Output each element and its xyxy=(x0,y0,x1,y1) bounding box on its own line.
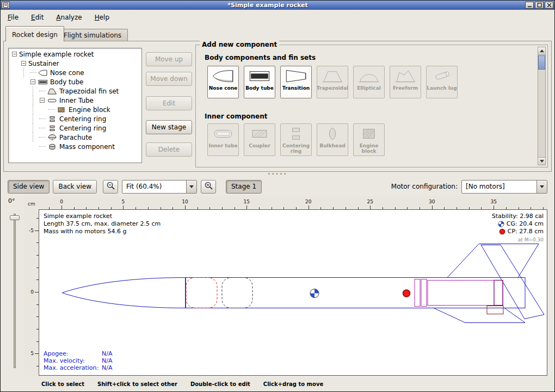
tree-item-inner-tube[interactable]: −Inner Tube xyxy=(10,96,141,105)
edit-button[interactable]: Edit xyxy=(146,96,192,110)
rocket-design-panel: −Simple example rocket−SustainerNose con… xyxy=(3,41,552,172)
menu-edit[interactable]: Edit xyxy=(29,13,45,22)
tree-item-engine-block[interactable]: Engine block xyxy=(10,105,141,114)
menu-help[interactable]: Help xyxy=(93,13,111,22)
stability-value: Stability: 2.98 cal xyxy=(492,213,544,220)
add-transition-button[interactable]: Transition xyxy=(280,66,312,98)
component-tree[interactable]: −Simple example rocket−SustainerNose con… xyxy=(8,48,142,163)
tree-item-mass-component[interactable]: Mass component xyxy=(10,142,141,151)
menu-analyze[interactable]: Analyze xyxy=(54,13,83,22)
zoom-in-button[interactable] xyxy=(201,180,216,194)
flight-data-value: N/A xyxy=(102,364,112,371)
add-panel-title: Add new component xyxy=(200,41,279,48)
delete-button[interactable]: Delete xyxy=(146,142,192,157)
tree-item-centering-ring[interactable]: Centering ring xyxy=(10,123,141,133)
component-scrollbar[interactable] xyxy=(538,47,546,165)
title-bar[interactable]: *Simple example rocket xyxy=(1,1,554,10)
comp-button-label: Body tube xyxy=(245,85,274,91)
flight-data-label: Max. velocity: xyxy=(44,357,102,364)
flight-data-label: Apogee: xyxy=(44,350,102,357)
scroll-down-icon[interactable] xyxy=(538,157,545,165)
zoom-out-button[interactable] xyxy=(103,180,118,194)
tree-item-label: Centering ring xyxy=(59,125,106,132)
horizontal-ruler: 05101520253035 xyxy=(39,196,547,209)
close-icon[interactable] xyxy=(545,2,553,9)
flight-data-row: Max. velocity:N/A xyxy=(44,357,112,364)
rotation-slider[interactable] xyxy=(14,214,16,368)
scrollbar-thumb[interactable] xyxy=(538,55,545,70)
chevron-down-icon[interactable] xyxy=(536,181,547,193)
openrocket-window: *Simple example rocket FileEditAnalyzeHe… xyxy=(0,0,555,392)
add-launch-lug-button[interactable]: Launch lug xyxy=(426,66,458,98)
h-ruler-label: 5 xyxy=(122,199,125,204)
tree-item-label: Parachute xyxy=(59,134,92,141)
cp-icon xyxy=(499,228,505,235)
add-freeform-button[interactable]: Freeform xyxy=(390,66,421,98)
add-body-tube-button[interactable]: Body tube xyxy=(244,66,275,98)
scroll-up-icon[interactable] xyxy=(538,47,545,55)
maximize-icon[interactable] xyxy=(535,2,544,9)
tab-flight-simulations[interactable]: Flight simulations xyxy=(57,29,128,41)
add-nose-cone-button[interactable]: Nose cone xyxy=(207,66,239,98)
comp-button-label: Centering ring xyxy=(281,143,311,154)
menubar: FileEditAnalyzeHelp xyxy=(1,10,554,24)
rocket-drawing-area[interactable]: Simple example rocket Length 37.5 cm, ma… xyxy=(39,209,547,376)
chevron-down-icon[interactable] xyxy=(186,181,196,193)
transition-icon xyxy=(284,68,308,84)
status-hint: Click to select xyxy=(41,381,84,387)
add-coupler-button[interactable]: Coupler xyxy=(244,123,275,156)
add-centering-ring-button[interactable]: Centering ring xyxy=(280,123,312,156)
stability-info: Stability: 2.98 cal CG: 20.4 cm CP: 27.8… xyxy=(492,213,544,244)
stage-1-toggle[interactable]: Stage 1 xyxy=(226,180,262,194)
zoom-out-icon xyxy=(106,181,115,192)
h-ruler-label: 30 xyxy=(429,199,435,204)
tree-item-label: Inner Tube xyxy=(59,97,94,104)
tree-expander-icon[interactable]: − xyxy=(21,61,26,66)
menu-file[interactable]: File xyxy=(6,13,20,22)
h-ruler-label: 0 xyxy=(60,199,63,204)
add-bulkhead-button[interactable]: Bulkhead xyxy=(317,123,348,156)
flight-data-row: Apogee:N/A xyxy=(44,350,112,357)
panel-splitter[interactable]: ••••• xyxy=(1,172,554,177)
zoom-value: Fit (60.4%) xyxy=(122,181,186,193)
tree-item-simple-example-rocket[interactable]: −Simple example rocket xyxy=(10,49,141,59)
back-view-button[interactable]: Back view xyxy=(53,180,97,194)
motor-configuration-value: [No motors] xyxy=(462,181,536,193)
tree-item-parachute[interactable]: Parachute xyxy=(10,133,141,142)
comp-button-label: Freeform xyxy=(393,85,418,91)
tree-item-trapezoidal-fin-set[interactable]: Trapezoidal fin set xyxy=(10,86,141,96)
cg-marker xyxy=(310,289,319,298)
tree-item-sustainer[interactable]: −Sustainer xyxy=(10,59,141,68)
move-up-button[interactable]: Move up xyxy=(146,52,192,66)
comp-button-label: Nose cone xyxy=(209,85,237,91)
rotation-slider-handle[interactable] xyxy=(10,215,20,220)
add-elliptical-button[interactable]: Elliptical xyxy=(353,66,385,98)
rocket-view-canvas: cm 05101520253035 -505 xyxy=(24,196,547,376)
move-down-button[interactable]: Move down xyxy=(146,72,192,86)
freeform-icon xyxy=(393,68,417,84)
tree-expander-icon[interactable]: − xyxy=(30,79,35,84)
rotation-value: 0° xyxy=(8,197,24,204)
side-view-button[interactable]: Side view xyxy=(8,180,50,194)
flight-data-value: N/A xyxy=(102,350,112,357)
comp-button-label: Elliptical xyxy=(357,85,381,91)
tree-expander-icon[interactable]: − xyxy=(40,98,45,103)
tree-item-label: Simple example rocket xyxy=(19,51,94,58)
zoom-select[interactable]: Fit (60.4%) xyxy=(122,180,197,194)
add-trapezoidal-button[interactable]: Trapezoidal xyxy=(317,66,348,98)
tree-item-centering-ring[interactable]: Centering ring xyxy=(10,114,141,123)
add-new-component-panel: Add new component Body components and fi… xyxy=(195,45,548,167)
tree-item-body-tube[interactable]: −Body tube xyxy=(10,77,141,86)
add-inner-tube-button[interactable]: Inner tube xyxy=(207,123,239,156)
minimize-icon[interactable] xyxy=(525,2,534,9)
comp-button-label: Coupler xyxy=(249,143,270,148)
tree-item-nose-cone[interactable]: Nose cone xyxy=(10,68,141,77)
add-engine-block-button[interactable]: Engine block xyxy=(353,123,385,156)
tree-item-label: Nose cone xyxy=(50,69,84,77)
motor-configuration-select[interactable]: [No motors] xyxy=(461,180,547,194)
body-tube-icon xyxy=(38,79,48,85)
tab-rocket-design[interactable]: Rocket design xyxy=(5,26,64,41)
tree-expander-icon[interactable]: − xyxy=(12,52,17,57)
new-stage-button[interactable]: New stage xyxy=(146,120,192,134)
window-menu-icon[interactable] xyxy=(2,2,10,9)
